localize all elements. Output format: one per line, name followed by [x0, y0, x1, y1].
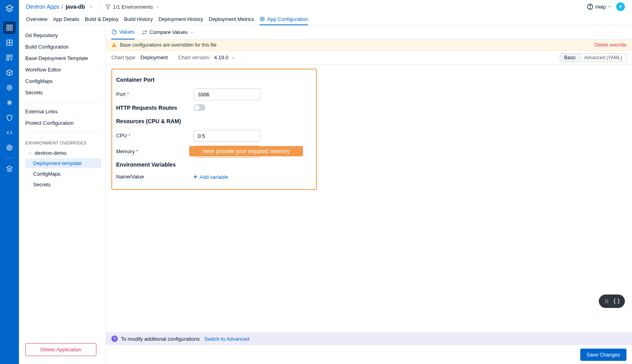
svg-marker-25 — [7, 166, 12, 169]
svg-point-13 — [7, 85, 12, 90]
chevron-down-icon — [190, 30, 194, 34]
tab-app-details[interactable]: App Details — [53, 14, 79, 24]
rail-shield-icon[interactable] — [3, 111, 16, 124]
chart-toolbar: Chart type: Deployment Chart version: 4.… — [106, 51, 632, 65]
info-icon: ? — [111, 336, 118, 342]
sidebar-subitem-secrets[interactable]: Secrets — [25, 180, 102, 190]
tab-build-history[interactable]: Build History — [124, 14, 153, 24]
tab-deployment-history[interactable]: Deployment History — [158, 14, 203, 24]
switch-to-advanced-link[interactable]: Switch to Advanced — [204, 336, 249, 342]
rail-stack-icon[interactable] — [3, 162, 16, 175]
form-area: Container Port Port * HTTP Requests Rout… — [106, 65, 632, 332]
tab-app-configuration[interactable]: App Configuration — [260, 14, 308, 25]
config-sidebar: Git Repository Build Configuration Base … — [19, 25, 106, 364]
tab-overview[interactable]: Overview — [26, 14, 47, 24]
sidebar-item-build-config[interactable]: Build Configuration — [25, 41, 102, 52]
chevron-down-icon — [155, 4, 160, 9]
svg-point-34 — [605, 300, 606, 300]
svg-line-22 — [8, 103, 9, 105]
rail-add-grid-icon[interactable] — [3, 51, 16, 64]
compare-icon — [142, 30, 147, 35]
devtron-logo[interactable] — [4, 4, 15, 15]
values-subtabs: Values Compare Values — [106, 25, 632, 39]
svg-point-39 — [607, 302, 608, 303]
rail-target-icon[interactable] — [3, 81, 16, 94]
svg-rect-8 — [10, 55, 12, 57]
sidebar-subitem-configmaps[interactable]: ConfigMaps — [25, 169, 102, 179]
svg-line-21 — [10, 103, 11, 105]
help-button[interactable]: Help — [587, 3, 611, 10]
subtab-compare[interactable]: Compare Values — [142, 25, 194, 39]
svg-rect-3 — [10, 28, 12, 30]
tab-deployment-metrics[interactable]: Deployment Metrics — [209, 14, 254, 24]
http-routes-toggle[interactable] — [194, 104, 205, 111]
tab-build-deploy[interactable]: Build & Deploy — [85, 14, 118, 24]
plus-icon: + — [194, 173, 197, 180]
segment-basic[interactable]: Basic — [560, 54, 580, 62]
cpu-input[interactable] — [194, 130, 261, 142]
info-banner: ? To modify additional configurations Sw… — [106, 332, 632, 345]
chart-version-dropdown[interactable]: 4.19.0 — [214, 54, 235, 60]
rail-helm-icon[interactable] — [3, 96, 16, 109]
drag-handle-icon — [604, 298, 609, 304]
svg-point-29 — [261, 18, 263, 20]
name-value-label: Name/Value — [116, 174, 144, 180]
app-tabs: Overview App Details Build & Deploy Buil… — [19, 13, 632, 25]
svg-point-15 — [9, 102, 11, 104]
sidebar-item-protect[interactable]: Protect Configuration — [25, 118, 102, 128]
delete-application-button[interactable]: Delete Application — [25, 343, 96, 356]
rail-cube-icon[interactable] — [3, 66, 16, 79]
sidebar-item-workflow[interactable]: Workflow Editor — [25, 64, 102, 75]
app-group-link[interactable]: Devtron Apps — [26, 4, 59, 10]
svg-point-35 — [605, 301, 606, 302]
delete-override-link[interactable]: Delete override — [594, 42, 626, 48]
filter-icon — [105, 4, 111, 9]
port-input[interactable] — [194, 88, 261, 100]
sidebar-item-base-template[interactable]: Base Deployment Template — [25, 53, 102, 64]
svg-marker-26 — [106, 5, 110, 9]
rail-code-icon[interactable] — [3, 126, 16, 139]
svg-point-36 — [605, 302, 606, 303]
rail-apps-icon[interactable] — [3, 21, 16, 34]
sidebar-item-git[interactable]: Git Repository — [25, 30, 102, 41]
env-overrides-heading: ENVIRONMENT OVERRIDES — [25, 137, 102, 148]
svg-point-24 — [9, 147, 11, 149]
memory-callout: Here provide your required memory — [189, 146, 303, 156]
svg-rect-2 — [7, 28, 9, 30]
app-name: java-db — [66, 4, 85, 10]
gear-icon — [260, 16, 265, 22]
svg-point-37 — [607, 300, 608, 300]
svg-rect-33 — [114, 46, 114, 46]
svg-rect-32 — [114, 44, 114, 45]
view-mode-segment: Basic Advanced (YAML) — [560, 53, 626, 62]
avatar[interactable]: V — [616, 2, 625, 11]
chevron-down-icon — [608, 5, 611, 9]
sidebar-item-secrets[interactable]: Secrets — [25, 87, 102, 98]
http-routes-title: HTTP Requests Routes — [116, 105, 177, 111]
breadcrumb: Devtron Apps / java-db — [26, 4, 94, 10]
svg-point-14 — [9, 87, 11, 89]
sidebar-item-external-links[interactable]: External Links — [25, 106, 102, 117]
add-variable-button[interactable]: + Add variable — [194, 173, 228, 180]
svg-line-23 — [10, 101, 11, 102]
environment-selector[interactable]: 1/1 Environments — [105, 4, 160, 10]
sidebar-item-configmaps[interactable]: ConfigMaps — [25, 76, 102, 86]
topbar: Devtron Apps / java-db 1/1 Environments … — [19, 0, 632, 13]
warning-icon — [111, 42, 117, 48]
env-tree-node[interactable]: devtron-demo — [25, 148, 102, 158]
sidebar-subitem-deployment-template[interactable]: Deployment template — [25, 158, 102, 168]
save-changes-button[interactable]: Save Changes — [580, 349, 626, 361]
env-vars-title: Environment Variables — [116, 161, 312, 168]
content-pane: Values Compare Values Base configuration… — [106, 25, 632, 364]
rail-settings-icon[interactable] — [3, 141, 16, 154]
svg-rect-0 — [7, 25, 9, 27]
rail-grid-icon[interactable] — [3, 36, 16, 49]
floating-variables-pill[interactable] — [599, 295, 625, 308]
subtab-values[interactable]: Values — [111, 25, 135, 39]
segment-advanced[interactable]: Advanced (YAML) — [580, 54, 626, 62]
app-picker-chevron-icon[interactable] — [89, 4, 94, 9]
resources-title: Resources (CPU & RAM) — [116, 118, 312, 124]
port-label: Port * — [116, 91, 129, 98]
chevron-down-icon — [231, 55, 235, 60]
cpu-label: CPU * — [116, 133, 130, 139]
